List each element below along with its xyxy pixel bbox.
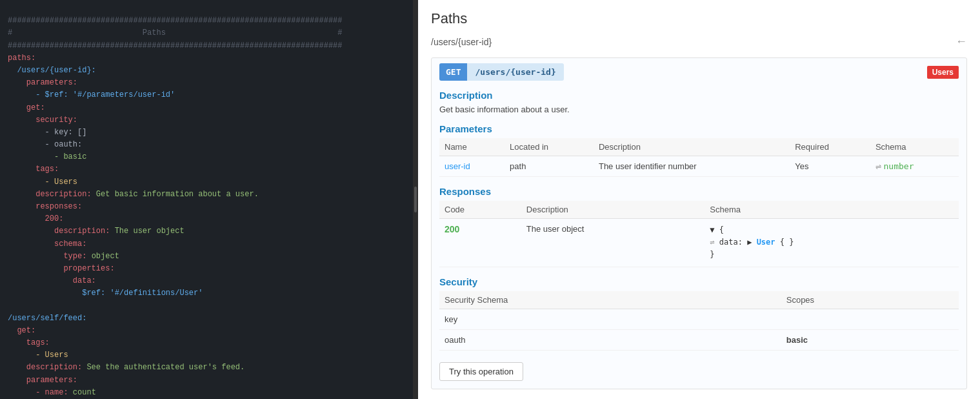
code-users-tag2: - Users	[8, 351, 68, 360]
comment-line-1: ########################################…	[8, 16, 342, 25]
parameters-table: Name Located in Description Required Sch…	[439, 138, 959, 177]
panel-splitter[interactable]	[413, 0, 418, 399]
resp-row-200: 200 The user object ▼ { ⇌ data: ▶ User {…	[439, 219, 959, 267]
schema-type: number	[884, 161, 914, 171]
description-text: Get basic information about a user.	[439, 105, 959, 114]
try-operation-button[interactable]: Try this operation	[439, 362, 523, 381]
security-title: Security	[439, 276, 959, 287]
schema-arrow: ⇌	[710, 238, 714, 247]
sec-row-oauth: oauth basic	[439, 329, 959, 350]
col-description: Description	[594, 138, 790, 156]
endpoint-card: GET/users/{user-id} Users Description Ge…	[431, 57, 967, 389]
parameters-title: Parameters	[439, 123, 959, 134]
code-paths-key: paths:	[8, 54, 35, 63]
code-get-key: get:	[8, 103, 45, 112]
code-responses-key: responses:	[8, 202, 82, 211]
responses-title: Responses	[439, 186, 959, 197]
code-name-count: - name: count	[8, 388, 96, 397]
code-path-feed: /users/self/feed:	[8, 314, 86, 323]
schema-open-brace: ▼ {	[710, 225, 724, 234]
path-label: /users/{user-id}	[431, 37, 492, 47]
endpoint-tag-badge: Users	[927, 66, 959, 79]
col-scopes: Scopes	[781, 291, 959, 309]
code-path-users: /users/{user-id}:	[8, 66, 96, 75]
code-desc-key: description: Get basic information about…	[8, 190, 259, 199]
code-basic: - basic	[8, 152, 86, 161]
param-description: The user identifier number	[594, 156, 790, 177]
endpoint-method-row: GET/users/{user-id}	[439, 63, 564, 81]
param-required: Yes	[790, 156, 870, 177]
sec-schema-key: key	[439, 309, 781, 329]
schema-braces: { }	[780, 238, 794, 247]
col-required: Required	[790, 138, 870, 156]
code-ref-user-id: - $ref: '#/parameters/user-id'	[8, 90, 175, 99]
back-arrow-icon[interactable]: ←	[955, 35, 967, 48]
code-data-key: data:	[8, 276, 96, 285]
col-code: Code	[439, 201, 521, 219]
resp-schema-200: ▼ { ⇌ data: ▶ User { } }	[705, 219, 959, 267]
code-tags-key: tags:	[8, 165, 59, 174]
description-title: Description	[439, 90, 959, 101]
param-schema: ⇌ number	[870, 156, 959, 177]
schema-arrow-icon: ⇌	[875, 163, 881, 170]
endpoint-path: /users/{user-id}	[467, 63, 563, 81]
code-users-tag: - Users	[8, 178, 77, 187]
code-schema-key: schema:	[8, 240, 86, 249]
method-badge: GET	[439, 63, 467, 81]
code-oauth: - oauth:	[8, 140, 82, 149]
sec-scopes-oauth: basic	[781, 329, 959, 350]
comment-line-2: # Paths #	[8, 28, 342, 37]
sec-row-key: key	[439, 309, 959, 329]
code-def-ref: $ref: '#/definitions/User'	[8, 289, 203, 298]
responses-table: Code Description Schema 200 The user obj…	[439, 201, 959, 267]
code-key-empty: - key: []	[8, 128, 86, 137]
page-title: Paths	[431, 10, 967, 27]
schema-user-type: User	[757, 238, 775, 247]
col-sec-schema: Security Schema	[439, 291, 781, 309]
code-params-key2: parameters:	[8, 376, 77, 385]
param-located-in: path	[505, 156, 594, 177]
security-table: Security Schema Scopes key oauth basic	[439, 291, 959, 351]
code-editor-panel: ########################################…	[0, 0, 413, 399]
schema-data-key: data:	[719, 238, 747, 247]
code-desc-200-key: description: The user object	[8, 227, 185, 236]
resp-code-200: 200	[445, 224, 459, 234]
sec-header-row: Security Schema Scopes	[439, 291, 959, 309]
path-header: /users/{user-id} ←	[431, 35, 967, 48]
schema-code-block: ▼ { ⇌ data: ▶ User { } }	[710, 224, 954, 261]
schema-close-brace: }	[710, 250, 714, 259]
param-name-user-id: user-id	[445, 161, 470, 171]
sec-schema-oauth: oauth	[439, 329, 781, 350]
code-get-key2: get:	[8, 326, 35, 335]
code-content: ########################################…	[0, 0, 413, 399]
code-200-key: 200:	[8, 214, 63, 223]
col-located-in: Located in	[505, 138, 594, 156]
col-resp-description: Description	[521, 201, 705, 219]
resp-description-200: The user object	[521, 219, 705, 267]
comment-line-3: ########################################…	[8, 41, 342, 50]
api-docs-panel: Paths /users/{user-id} ← GET/users/{user…	[418, 0, 980, 399]
col-name: Name	[439, 138, 505, 156]
resp-header-row: Code Description Schema	[439, 201, 959, 219]
schema-triangle: ▶	[747, 238, 752, 247]
col-schema: Schema	[870, 138, 959, 156]
code-parameters-key: parameters:	[8, 78, 77, 87]
code-props-key: properties:	[8, 264, 115, 273]
code-security-key: security:	[8, 116, 77, 125]
code-tags-key2: tags:	[8, 338, 50, 347]
code-type-key: type: object	[8, 252, 119, 261]
params-header-row: Name Located in Description Required Sch…	[439, 138, 959, 156]
code-desc-key2: description: See the authenticated user'…	[8, 363, 245, 372]
sec-scopes-key	[781, 309, 959, 329]
splitter-handle	[414, 187, 417, 212]
col-resp-schema: Schema	[705, 201, 959, 219]
param-row-user-id: user-id path The user identifier number …	[439, 156, 959, 177]
